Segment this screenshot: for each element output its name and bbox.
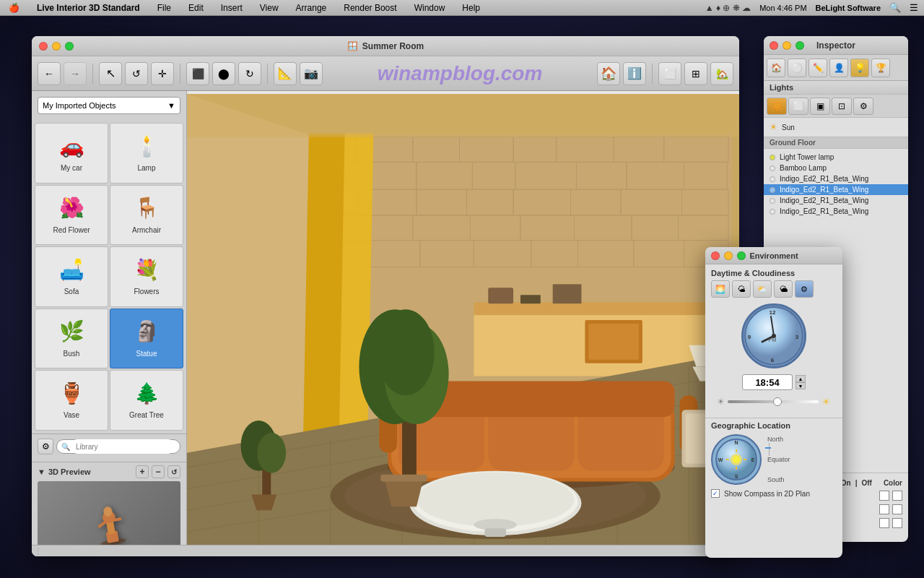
light-item-5[interactable]: Indigo_Ed2_R1_Beta_Wing [764, 206, 908, 217]
settings-button[interactable]: ⚙ [38, 439, 53, 454]
menu-edit[interactable]: Edit [186, 1, 206, 14]
menu-extra-icon[interactable]: ☰ [910, 2, 918, 13]
day-btn-settings[interactable]: ⚙ [795, 280, 814, 298]
svg-point-96 [257, 433, 286, 473]
tool-measure[interactable]: 📐 [274, 62, 297, 85]
app-name[interactable]: Live Interior 3D Standard [34, 1, 143, 14]
inspector-close-button[interactable] [770, 41, 778, 50]
clock-container: 12 3 6 9 PM [711, 303, 837, 368]
time-up-button[interactable]: ▲ [796, 375, 806, 382]
object-item-flowers[interactable]: 💐 Flowers [110, 246, 183, 307]
tool-circle[interactable]: ⬤ [212, 62, 235, 85]
light-item-0[interactable]: Light Tower lamp [764, 152, 908, 163]
nav-forward-button[interactable]: → [64, 62, 87, 85]
object-item-sofa[interactable]: 🛋️ Sofa [35, 246, 108, 307]
light-item-4[interactable]: Indigo_Ed2_R1_Beta_Wing [764, 195, 908, 206]
insp-btn-sphere[interactable]: ⚪ [788, 59, 806, 77]
object-item-statue[interactable]: 🗿 Statue [110, 309, 183, 369]
show-compass-checkbox[interactable]: ✓ [711, 489, 720, 498]
menu-arrange[interactable]: Arrange [293, 1, 330, 14]
svg-text:S: S [735, 474, 738, 479]
inspector-minimize-button[interactable] [783, 41, 791, 50]
day-btn-sunrise[interactable]: 🌅 [711, 280, 730, 298]
color-swatch-2[interactable] [892, 504, 902, 514]
day-btn-partly-cloudy[interactable]: 🌤 [732, 280, 751, 298]
on-checkbox-2[interactable] [879, 504, 889, 514]
object-item-greattree[interactable]: 🌲 Great Tree [110, 370, 183, 431]
main-canvas[interactable] [187, 91, 739, 556]
svg-point-115 [733, 456, 740, 463]
time-input-field[interactable] [742, 374, 793, 390]
day-btn-overcast[interactable]: 🌥 [774, 280, 793, 298]
object-item-mycar[interactable]: 🚗 My car [35, 123, 108, 184]
insp-btn-house[interactable]: 🏠 [767, 59, 785, 77]
insp-btn-light[interactable]: 💡 [850, 59, 869, 77]
sun-item[interactable]: ☀ Sun [764, 121, 908, 134]
light-btn-4[interactable]: ⊡ [832, 98, 852, 115]
brightness-thumb[interactable] [773, 397, 782, 406]
env-close-button[interactable] [711, 251, 720, 260]
object-item-vase[interactable]: 🏺 Vase [35, 370, 108, 431]
object-item-armchair[interactable]: 🪑 Armchair [110, 185, 183, 246]
brightness-slider[interactable] [728, 400, 819, 403]
insp-btn-edit[interactable]: ✏️ [808, 59, 827, 77]
object-item-lamp[interactable]: 🕯️ Lamp [110, 123, 183, 184]
object-item-redflower[interactable]: 🌺 Red Flower [35, 185, 108, 246]
light-btn-3[interactable]: ▣ [810, 98, 830, 115]
tool-select[interactable]: ↖ [99, 62, 122, 85]
object-item-bush[interactable]: 🌿 Bush [35, 309, 108, 369]
system-icons: ▲ ♦ ⊕ ❋ ☁ [705, 3, 751, 13]
zoom-out-button[interactable]: − [152, 465, 165, 478]
time-down-button[interactable]: ▼ [796, 382, 806, 389]
preview-section: ▼ 3D Preview + − ↺ [32, 462, 186, 556]
on-checkbox-1[interactable] [879, 491, 889, 501]
collapse-icon[interactable]: ▼ [38, 467, 45, 476]
library-search[interactable] [70, 439, 175, 454]
inspector-maximize-button[interactable] [796, 41, 804, 50]
maximize-button[interactable] [65, 42, 74, 51]
tool-3d-1[interactable]: 🏠 [597, 62, 620, 85]
light-item-2[interactable]: Indigo_Ed2_R1_Beta_Wing [764, 173, 908, 184]
tool-camera[interactable]: 📷 [300, 62, 323, 85]
color-swatch-1[interactable] [892, 491, 902, 501]
view-2d[interactable]: ⬜ [658, 62, 681, 85]
objects-dropdown[interactable]: My Imported Objects ▼ [38, 97, 180, 114]
env-maximize-button[interactable] [737, 251, 746, 260]
close-button[interactable] [39, 42, 48, 51]
menu-view[interactable]: View [257, 1, 282, 14]
menu-file[interactable]: File [154, 1, 174, 14]
menu-help[interactable]: Help [459, 1, 483, 14]
insp-btn-person[interactable]: 👤 [829, 59, 848, 77]
tool-square[interactable]: ⬛ [186, 62, 209, 85]
env-minimize-button[interactable] [724, 251, 733, 260]
minimize-button[interactable] [52, 42, 61, 51]
light-btn-5[interactable]: ⚙ [853, 98, 873, 115]
color-swatch-3[interactable] [892, 518, 902, 528]
tool-info[interactable]: ℹ️ [623, 62, 646, 85]
inspector-titlebar: Inspector [764, 36, 908, 55]
insp-btn-trophy[interactable]: 🏆 [871, 59, 890, 77]
day-btn-cloudy[interactable]: ⛅ [753, 280, 772, 298]
apple-menu[interactable]: 🍎 [6, 1, 22, 14]
tool-rotate[interactable]: ↺ [125, 62, 148, 85]
menu-insert[interactable]: Insert [218, 1, 245, 14]
light-item-3[interactable]: Indigo_Ed2_R1_Beta_Wing [764, 184, 908, 195]
svg-line-6 [113, 519, 121, 520]
zoom-in-button[interactable]: + [136, 465, 149, 478]
resize-handle[interactable]: ⋮ [35, 547, 42, 555]
view-3d[interactable]: ⊞ [684, 62, 707, 85]
light-dot-4 [770, 198, 775, 204]
menu-window[interactable]: Window [411, 1, 448, 14]
light-btn-1[interactable]: 🔆 [767, 98, 787, 115]
on-checkbox-3[interactable] [879, 518, 889, 528]
view-home[interactable]: 🏡 [710, 62, 733, 85]
zoom-reset-button[interactable]: ↺ [167, 465, 180, 478]
nav-back-button[interactable]: ← [38, 62, 61, 85]
light-btn-2[interactable]: ⬜ [788, 98, 808, 115]
tool-move[interactable]: ✛ [151, 62, 174, 85]
compass-widget[interactable]: N S E W [711, 434, 762, 485]
tool-path[interactable]: ↻ [238, 62, 261, 85]
search-icon[interactable]: 🔍 [889, 2, 901, 13]
light-item-1[interactable]: Bamboo Lamp [764, 163, 908, 173]
menu-render[interactable]: Render Boost [341, 1, 399, 14]
